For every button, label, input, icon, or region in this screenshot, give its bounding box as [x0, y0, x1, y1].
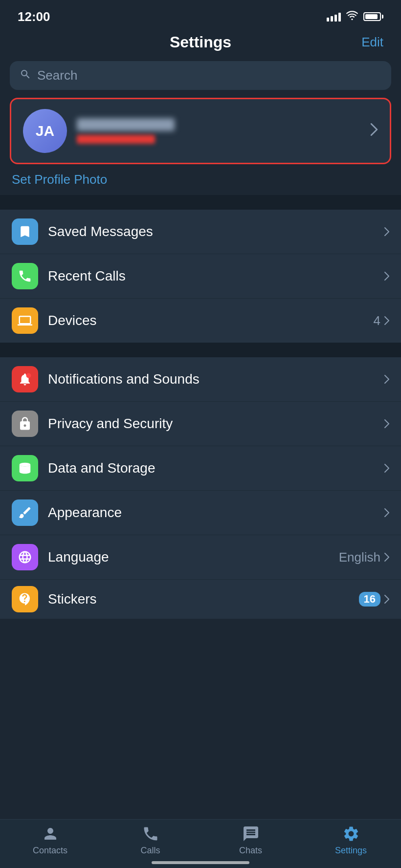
status-bar: 12:00	[0, 0, 401, 29]
settings-item-stickers[interactable]: Stickers 16	[0, 580, 401, 619]
settings-item-appearance[interactable]: Appearance	[0, 491, 401, 535]
tab-contacts[interactable]: Contacts	[0, 825, 100, 856]
devices-label: Devices	[48, 313, 364, 328]
language-value: English	[339, 550, 389, 565]
status-icons	[327, 11, 383, 22]
profile-name	[77, 118, 175, 131]
avatar: JA	[23, 109, 67, 153]
battery-icon	[363, 12, 383, 21]
settings-section-2: Notifications and Sounds Privacy and Sec…	[0, 357, 401, 619]
notifications-label: Notifications and Sounds	[48, 371, 375, 387]
calls-tab-icon	[141, 825, 160, 843]
tab-calls[interactable]: Calls	[100, 825, 200, 856]
tab-chats[interactable]: Chats	[200, 825, 301, 856]
search-container: Search	[0, 61, 401, 98]
settings-item-notifications[interactable]: Notifications and Sounds	[0, 357, 401, 402]
home-bar	[152, 861, 249, 864]
data-storage-label: Data and Storage	[48, 460, 375, 476]
settings-item-devices[interactable]: Devices 4	[0, 299, 401, 343]
language-label: Language	[48, 549, 329, 565]
signal-icon	[327, 12, 341, 22]
notifications-icon	[12, 366, 38, 392]
appearance-icon	[12, 499, 38, 526]
stickers-icon	[12, 586, 38, 612]
wifi-icon	[346, 11, 358, 22]
profile-card[interactable]: JA	[10, 98, 391, 164]
stickers-badge: 16	[359, 592, 389, 607]
recent-calls-icon	[12, 263, 38, 289]
svg-point-1	[20, 463, 31, 467]
settings-item-privacy[interactable]: Privacy and Security	[0, 402, 401, 446]
search-bar[interactable]: Search	[10, 61, 391, 90]
calls-tab-label: Calls	[140, 846, 160, 856]
contacts-tab-label: Contacts	[33, 846, 67, 856]
status-time: 12:00	[18, 9, 50, 24]
settings-tab-label: Settings	[335, 846, 367, 856]
settings-item-saved-messages[interactable]: Saved Messages	[0, 210, 401, 254]
settings-item-language[interactable]: Language English	[0, 535, 401, 580]
home-indicator	[0, 861, 401, 864]
data-storage-icon	[12, 455, 38, 481]
devices-count: 4	[374, 313, 389, 328]
appearance-chevron	[384, 508, 389, 517]
search-icon	[20, 68, 31, 83]
language-icon	[12, 544, 38, 570]
nav-header: Settings Edit	[0, 29, 401, 61]
privacy-label: Privacy and Security	[48, 416, 375, 432]
profile-details	[77, 118, 175, 144]
profile-info-left: JA	[23, 109, 175, 153]
section-divider-2	[0, 343, 401, 357]
set-profile-photo-button[interactable]: Set Profile Photo	[0, 164, 401, 195]
recent-calls-chevron	[384, 272, 389, 281]
svg-point-0	[26, 373, 31, 378]
profile-phone	[77, 135, 155, 144]
settings-section-1: Saved Messages Recent Calls	[0, 210, 401, 343]
saved-messages-icon	[12, 218, 38, 245]
saved-messages-chevron	[384, 227, 389, 236]
tab-settings[interactable]: Settings	[301, 825, 401, 856]
tab-bar: Contacts Calls Chats Settings	[0, 819, 401, 868]
profile-chevron-icon	[370, 123, 378, 139]
devices-icon	[12, 307, 38, 334]
contacts-tab-icon	[41, 825, 60, 843]
page-title: Settings	[47, 33, 354, 51]
settings-item-data-storage[interactable]: Data and Storage	[0, 446, 401, 491]
saved-messages-label: Saved Messages	[48, 224, 375, 239]
notifications-chevron	[384, 375, 389, 384]
privacy-icon	[12, 411, 38, 437]
appearance-label: Appearance	[48, 505, 375, 521]
data-storage-chevron	[384, 464, 389, 473]
chats-tab-label: Chats	[239, 846, 262, 856]
recent-calls-label: Recent Calls	[48, 268, 375, 284]
privacy-chevron	[384, 419, 389, 428]
chats-tab-icon	[242, 825, 260, 843]
section-divider-1	[0, 195, 401, 210]
search-placeholder: Search	[37, 68, 77, 83]
edit-button[interactable]: Edit	[354, 35, 383, 50]
settings-item-recent-calls[interactable]: Recent Calls	[0, 254, 401, 299]
settings-tab-icon	[342, 825, 360, 843]
stickers-label: Stickers	[48, 591, 349, 607]
